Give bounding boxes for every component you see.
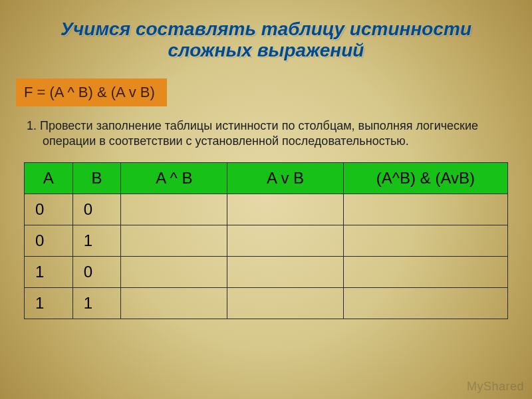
- instruction-number: 1.: [27, 119, 37, 132]
- cell-b: 0: [72, 194, 121, 225]
- slide-title: Учимся составлять таблицу истинности сло…: [24, 19, 508, 61]
- instruction-text: 1. Провести заполнение таблицы истинност…: [27, 118, 508, 149]
- cell-b: 1: [72, 288, 121, 319]
- watermark: MyShared: [467, 380, 524, 394]
- cell-f: [343, 194, 507, 225]
- title-line-2: сложных выражений: [168, 40, 364, 61]
- header-a-or-b: A v B: [227, 163, 343, 194]
- header-a-and-b: A ^ B: [121, 163, 227, 194]
- cell-avb: [227, 225, 343, 257]
- table-row: 0 1: [25, 225, 508, 257]
- cell-avb: [227, 257, 343, 288]
- cell-avb: [227, 194, 343, 225]
- header-f: (A^B) & (AvB): [343, 163, 507, 194]
- instruction-body: Провести заполнение таблицы истинности п…: [40, 119, 478, 148]
- header-b: B: [72, 163, 121, 194]
- header-a: A: [25, 163, 73, 194]
- cell-ab: [121, 257, 227, 288]
- slide: Учимся составлять таблицу истинности сло…: [0, 0, 532, 399]
- cell-b: 1: [72, 225, 121, 257]
- table-row: 1 1: [25, 288, 508, 319]
- formula-text: F = (A ^ B) & (A v B): [24, 84, 155, 100]
- table-row: 1 0: [25, 257, 508, 288]
- cell-f: [343, 225, 507, 257]
- title-line-1: Учимся составлять таблицу истинности: [61, 19, 471, 39]
- cell-avb: [227, 288, 343, 319]
- cell-b: 0: [72, 257, 121, 288]
- cell-a: 0: [25, 194, 73, 225]
- formula-box: F = (A ^ B) & (A v B): [16, 78, 167, 106]
- cell-a: 1: [25, 288, 73, 319]
- cell-ab: [121, 194, 227, 225]
- cell-a: 1: [25, 257, 73, 288]
- cell-f: [343, 288, 507, 319]
- cell-f: [343, 257, 507, 288]
- cell-a: 0: [25, 225, 73, 257]
- table-header-row: A B A ^ B A v B (A^B) & (AvB): [25, 163, 508, 194]
- truth-table: A B A ^ B A v B (A^B) & (AvB) 0 0 0 1: [24, 162, 508, 319]
- cell-ab: [121, 225, 227, 257]
- table-row: 0 0: [25, 194, 508, 225]
- cell-ab: [121, 288, 227, 319]
